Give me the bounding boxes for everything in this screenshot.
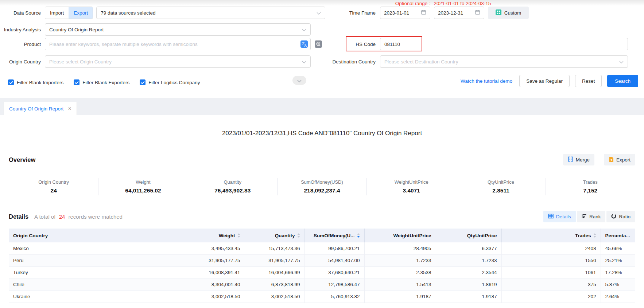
save-as-regular-button[interactable]: Save as Regular — [519, 75, 570, 87]
checkbox-checked-icon — [74, 79, 79, 85]
merge-button[interactable]: Merge — [563, 154, 594, 165]
data-source-segmented: Import Export — [45, 7, 93, 19]
cell-origin-country: Peru — [9, 254, 185, 266]
overview-heading: Overview — [9, 156, 35, 163]
cell-origin-country: Mexico — [9, 242, 185, 254]
filter-blank-exporters-checkbox[interactable]: Filter Blank Exporters — [74, 79, 129, 85]
export-toggle[interactable]: Export — [69, 7, 93, 19]
view-button-label: Rank — [589, 214, 601, 219]
data-source-label: Data Source — [0, 10, 41, 16]
summary-suffix: records were matched — [69, 214, 123, 220]
industry-analysis-value: Country Of Origin Report — [49, 27, 104, 32]
top-gradient-strip — [0, 0, 644, 6]
overview-stats-bar: Origin Country 24 Weight 64,011,265.02 Q… — [9, 175, 635, 198]
data-source-select[interactable]: 79 data sources selected — [96, 7, 325, 19]
cell-weight-unit-price: 1.9187 — [364, 291, 436, 303]
sort-icon[interactable] — [297, 233, 300, 238]
filter-blank-importers-checkbox[interactable]: Filter Blank Importers — [8, 79, 63, 85]
filter-logistics-company-checkbox[interactable]: Filter Logitics Company — [140, 79, 200, 85]
origin-country-select[interactable]: Please select Origin Country — [45, 55, 311, 68]
cell-percentage: 17.28% — [601, 266, 635, 278]
calendar-icon — [475, 9, 480, 16]
col-sum-of-money-sortable[interactable]: SumOfMoney(U... — [304, 229, 364, 242]
merge-button-label: Merge — [576, 157, 590, 163]
table-row-peru: Peru 31,905,177.75 31,905,177.75 54,981,… — [9, 254, 635, 266]
sort-icon-active-desc[interactable] — [357, 233, 360, 238]
import-toggle[interactable]: Import — [45, 7, 69, 19]
export-button-label: Export — [616, 157, 631, 163]
col-weight-sortable[interactable]: Weight — [185, 229, 245, 242]
hs-code-input[interactable] — [380, 38, 628, 50]
column-label: Weight — [219, 233, 235, 238]
cell-weight-unit-price: 2.3538 — [364, 266, 436, 278]
search-button[interactable]: Search — [607, 75, 638, 87]
checkbox-checked-icon — [8, 79, 14, 85]
product-row: Product 文A — [0, 38, 322, 50]
reset-button[interactable]: Reset — [575, 75, 602, 87]
col-weight-unit-price: WeightUnitPrice — [364, 229, 436, 242]
col-quantity-sortable[interactable]: Quantity — [245, 229, 304, 242]
destination-country-select[interactable]: Please select Destination Country — [380, 55, 628, 68]
export-button[interactable]: Export — [604, 154, 635, 165]
industry-analysis-select[interactable]: Country Of Origin Report — [45, 23, 311, 36]
col-trades-sortable[interactable]: Trades — [501, 229, 601, 242]
stat-trades: Trades 7,152 — [546, 178, 635, 195]
cell-weight: 31,905,177.75 — [185, 254, 245, 266]
overview-toolbar: Merge Export — [563, 154, 635, 165]
end-date-input[interactable]: 2023-12-31 — [434, 7, 484, 19]
cell-percentage: 45.66% — [601, 242, 635, 254]
stat-label: SumOfMoney(USD) — [278, 179, 366, 185]
table-row-chile: Chile 8,304,001.40 6,873,818.99 12,798,5… — [9, 278, 635, 291]
collapse-filters-toggle[interactable] — [292, 76, 306, 85]
tab-label: Country Of Origin Report — [9, 106, 63, 112]
filter-checkbox-label: Filter Blank Importers — [17, 80, 63, 85]
cell-weight: 16,008,391.41 — [185, 266, 245, 278]
industry-analysis-label: Industry Analysis — [0, 27, 41, 32]
sort-icon[interactable] — [237, 233, 240, 238]
end-date-value: 2023-12-31 — [438, 10, 463, 16]
stat-qty-unit-price: QtyUnitPrice 2.8511 — [456, 178, 545, 195]
filter-checkbox-label: Filter Logitics Company — [148, 80, 200, 85]
cell-weight-unit-price: 1.7233 — [364, 254, 436, 266]
cell-weight: 3,495,433.45 — [185, 242, 245, 254]
optional-range-hint: Optional range： 2021-01-01 to 2024-03-15 — [365, 0, 521, 7]
cell-weight-unit-price: 28.4905 — [364, 242, 436, 254]
tutorial-demo-link[interactable]: Watch the tutorial demo — [461, 78, 512, 84]
cell-sum-of-money: 99,586,700.21 — [304, 242, 364, 254]
tab-country-of-origin-report[interactable]: Country Of Origin Report ✕ — [4, 102, 77, 115]
product-keywords-input[interactable] — [45, 38, 311, 50]
close-icon[interactable]: ✕ — [68, 106, 71, 111]
stat-value: 7,152 — [546, 187, 635, 194]
sort-icon[interactable] — [593, 233, 596, 238]
cell-weight: 3,002,518.50 — [185, 291, 245, 303]
hs-code-row: HS Code — [303, 38, 628, 50]
cell-sum-of-money: 54,981,407.00 — [304, 254, 364, 266]
stat-label: QtyUnitPrice — [456, 179, 545, 185]
destination-country-row: Destination Country Please select Destin… — [303, 55, 628, 68]
cell-trades: 202 — [501, 291, 601, 303]
stat-label: Origin Country — [9, 179, 98, 185]
custom-range-button[interactable]: Custom — [488, 7, 529, 19]
cell-trades: 1550 — [501, 254, 601, 266]
start-date-input[interactable]: 2023-01-01 — [380, 7, 430, 19]
view-rank-button[interactable]: Rank — [577, 211, 606, 222]
origin-country-label: Origin Country — [0, 59, 41, 65]
destination-country-placeholder: Please select Destination Country — [384, 59, 458, 65]
table-header-row: Origin Country Weight Quantity SumOfMone… — [9, 229, 635, 242]
origin-country-row: Origin Country Please select Origin Coun… — [0, 55, 311, 68]
column-label: Quantity — [275, 233, 295, 238]
view-ratio-button[interactable]: Ratio — [606, 211, 635, 222]
form-actions: Watch the tutorial demo Save as Regular … — [461, 74, 638, 87]
column-label: Trades — [575, 233, 591, 238]
cell-origin-country: Turkey — [9, 266, 185, 278]
details-heading: Details — [9, 213, 28, 220]
chevron-down-icon — [619, 59, 624, 65]
column-label: WeightUnitPrice — [393, 233, 431, 238]
custom-grid-icon — [496, 9, 501, 16]
view-switcher: Details Rank Ratio — [543, 211, 635, 222]
col-origin-country: Origin Country — [9, 229, 185, 242]
view-details-button[interactable]: Details — [543, 211, 576, 222]
data-source-row: Data Source Import Export 79 data source… — [0, 7, 325, 19]
stat-label: WeightUnitPrice — [367, 179, 456, 185]
chevron-down-icon — [297, 77, 302, 84]
